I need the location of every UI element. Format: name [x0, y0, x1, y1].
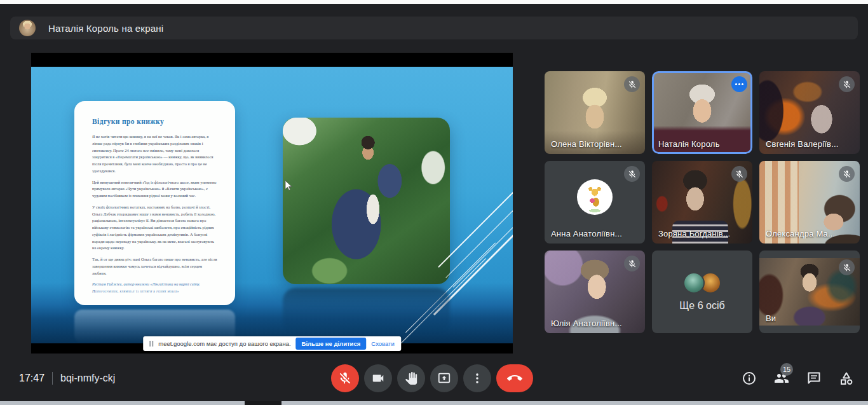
window-top-edge: [0, 0, 868, 4]
slide-paragraph: Цей вимушений невеличкий з'їзд із філоло…: [92, 179, 217, 200]
participant-tile[interactable]: Зоряна Богданів...: [652, 161, 752, 244]
more-vert-icon: [470, 371, 484, 385]
clock: 17:47: [19, 373, 44, 384]
participant-tile[interactable]: Анна Анатоліївн...: [545, 161, 645, 244]
mic-off-icon: [624, 166, 640, 182]
presenter-avatar: [19, 20, 36, 36]
author-photo: [283, 118, 450, 284]
slide-paragraph: Так, й от ще дивна річ: пані Ольга багат…: [92, 256, 217, 277]
participant-avatar: [577, 179, 613, 215]
info-icon: [742, 371, 757, 386]
presenting-banner-text: Наталія Король на екрані: [48, 23, 163, 34]
chat-icon: [806, 371, 822, 386]
participant-name: Олександра Ма...: [766, 229, 835, 238]
activities-icon: [839, 371, 854, 386]
review-card: Відгуки про книжку Я не хотів читати цю …: [74, 101, 235, 305]
camera-icon: [371, 371, 385, 385]
camera-toggle-button[interactable]: [364, 364, 392, 392]
overflow-avatar: [683, 272, 705, 294]
participant-name: Зоряна Богданів...: [658, 229, 730, 238]
more-participants-label: Ще 6 осіб: [679, 300, 724, 312]
mic-off-icon: [338, 371, 352, 385]
participant-tile[interactable]: Олександра Ма...: [759, 161, 860, 244]
participant-tile[interactable]: Юлія Анатоліївн...: [545, 251, 645, 333]
raise-hand-button[interactable]: [397, 364, 425, 392]
mic-off-icon: [839, 259, 855, 275]
presenting-banner: Наталія Король на екрані: [10, 17, 858, 39]
activities-button[interactable]: [839, 371, 854, 386]
photo-reflection: [283, 288, 450, 333]
taskbar-edge-notch: [245, 401, 281, 405]
mic-off-icon: [839, 76, 855, 92]
tile-more-options-button[interactable]: [731, 76, 747, 92]
participant-name: Ви: [766, 313, 776, 323]
mic-off-icon: [624, 256, 640, 271]
slide-title: Відгуки про книжку: [92, 118, 217, 125]
participants-panel-button[interactable]: 15: [774, 371, 789, 386]
present-icon: [437, 371, 451, 385]
hide-notice-link[interactable]: Сховати: [371, 340, 394, 347]
mic-off-icon: [731, 166, 747, 182]
meeting-meta: 17:47 bqi-nmfy-ckj: [19, 372, 115, 385]
participant-grid: Олена Вікторівн... Наталія Король Євгені…: [545, 71, 860, 333]
participant-name: Євгенія Валеріїв...: [766, 139, 839, 149]
more-participants-tile[interactable]: Ще 6 осіб: [652, 251, 752, 333]
overflow-avatars: [683, 272, 721, 294]
presentation-feed[interactable]: Відгуки про книжку Я не хотів читати цю …: [31, 53, 513, 354]
meeting-code: bqi-nmfy-ckj: [60, 373, 115, 384]
slide-attribution: Рустам Гаджієв, автор книжки «Лінгвістик…: [92, 281, 217, 295]
participant-count-badge: 15: [780, 363, 793, 376]
participant-name: Анна Анатоліївн...: [551, 229, 622, 238]
present-screen-button[interactable]: [430, 364, 458, 392]
call-end-icon: [507, 371, 522, 386]
chat-panel-button[interactable]: [806, 371, 822, 386]
participant-tile[interactable]: Євгенія Валеріїв...: [759, 71, 860, 154]
stop-sharing-button[interactable]: Більше не ділитися: [296, 338, 367, 350]
self-view-tile[interactable]: Ви: [759, 251, 860, 333]
slide-paragraph: У своїх філологічних нотатках, настояних…: [92, 204, 217, 252]
participant-tile[interactable]: Олена Вікторівн...: [545, 71, 645, 154]
taskbar-edge: [0, 401, 868, 405]
call-controls: [331, 364, 533, 392]
screen-share-notice-text: meet.google.com має доступ до вашого екр…: [158, 340, 290, 347]
presentation-slide: Відгуки про книжку Я не хотів читати цю …: [31, 67, 513, 343]
mic-toggle-button[interactable]: [331, 364, 359, 392]
screen-share-icon: [149, 341, 153, 347]
end-call-button[interactable]: [496, 364, 533, 392]
meta-divider: [52, 372, 53, 385]
mouse-cursor: [285, 180, 294, 194]
participant-tile-active-speaker[interactable]: Наталія Король: [652, 71, 752, 154]
screen-share-notice: meet.google.com має доступ до вашого екр…: [143, 336, 401, 351]
participant-name: Олена Вікторівн...: [551, 139, 622, 149]
participant-name: Наталія Король: [658, 139, 720, 149]
mic-off-icon: [624, 76, 640, 92]
participant-name: Юлія Анатоліївн...: [551, 319, 622, 328]
slide-paragraph: Я не хотів читати цю книжку, я на неї не…: [92, 134, 217, 175]
more-options-button[interactable]: [463, 364, 491, 392]
meeting-panels: 15: [742, 371, 854, 386]
meeting-details-button[interactable]: [742, 371, 757, 386]
mic-off-icon: [839, 166, 855, 182]
hand-icon: [405, 372, 417, 385]
